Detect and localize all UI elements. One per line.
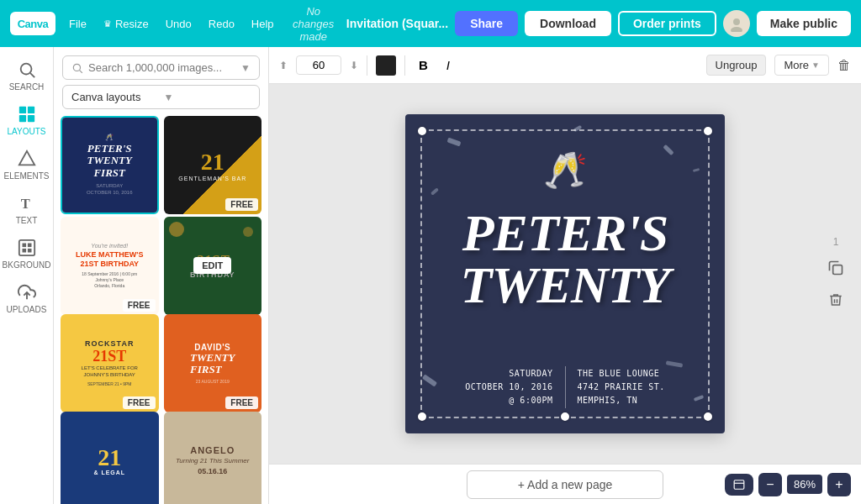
sidebar-item-search[interactable]: SEARCH bbox=[0, 54, 54, 98]
bold-button[interactable]: B bbox=[414, 56, 433, 74]
svg-rect-13 bbox=[22, 249, 26, 253]
template-item-1[interactable]: 🥂 PETER'STWENTYFIRST SATURDAYOCTOBER 10,… bbox=[61, 116, 159, 214]
duplicate-page-button[interactable] bbox=[824, 256, 848, 280]
sidebar-label-elements: ELEMENTS bbox=[4, 171, 50, 181]
selection-handle-tl[interactable] bbox=[418, 127, 426, 135]
nav-resize[interactable]: ♛ Resize bbox=[97, 14, 156, 34]
add-page-button[interactable]: + Add a new page bbox=[467, 470, 664, 499]
main-layout: SEARCH LAYOUTS ELEMENTS T TEXT BKGROUND bbox=[0, 47, 861, 504]
more-button[interactable]: More ▼ bbox=[774, 55, 829, 76]
templates-panel: ▼ Canva layouts ▼ 🥂 PETER'STWENTYFIRST S… bbox=[54, 47, 269, 504]
template-item-2[interactable]: 21 GENTLEMAN'S BAR FREE bbox=[164, 116, 262, 214]
trash-button[interactable]: 🗑 bbox=[837, 58, 851, 73]
canvas-divider bbox=[565, 366, 566, 408]
zoom-in-button[interactable]: + bbox=[827, 473, 851, 496]
zoom-page-icon bbox=[733, 479, 745, 491]
svg-point-0 bbox=[733, 18, 740, 25]
template-item-3[interactable]: You're invited! LUKE MATTHEW'S21ST BIRTH… bbox=[61, 217, 159, 315]
toolbar-sep-1 bbox=[367, 55, 367, 76]
nav-redo[interactable]: Redo bbox=[202, 14, 241, 34]
svg-rect-14 bbox=[27, 249, 31, 253]
filter-chevron-icon: ▼ bbox=[164, 92, 251, 103]
selection-handle-bm[interactable] bbox=[561, 412, 569, 421]
nav-help[interactable]: Help bbox=[245, 14, 281, 34]
page-number: 1 bbox=[833, 236, 839, 248]
design-canvas[interactable]: 🥂 PETER'S TWENTY SATURDAY OCTOBER 10, 20… bbox=[405, 114, 725, 433]
template-edit-btn-4[interactable]: EDIT bbox=[193, 257, 231, 274]
arrow-up-icon: ⬆ bbox=[279, 60, 288, 71]
canvas-title-line1: PETER'S bbox=[405, 207, 725, 259]
search-icon bbox=[18, 60, 36, 79]
confetti-3 bbox=[663, 144, 673, 155]
delete-page-button[interactable] bbox=[824, 288, 848, 312]
template-item-5[interactable]: ROCKSTAR 21ST LET'S CELEBRATE FORJOHNNY'… bbox=[61, 314, 159, 412]
canvas-event-day: SATURDAY bbox=[465, 367, 552, 381]
italic-button[interactable]: I bbox=[441, 56, 455, 74]
more-label: More bbox=[784, 59, 809, 71]
sidebar-label-uploads: UPLOADS bbox=[7, 305, 47, 314]
canvas-venue-info: THE BLUE LOUNGE 4742 PRAIRIE ST. MEMPHIS… bbox=[578, 367, 665, 407]
right-mini-toolbar: 1 bbox=[824, 236, 848, 312]
sidebar-label-bkground: BKGROUND bbox=[3, 260, 51, 270]
nav-menu: File ♛ Resize Undo Redo Help bbox=[62, 14, 281, 34]
canva-logo: Canva bbox=[10, 12, 55, 35]
zoom-controls: − 86% + bbox=[725, 473, 851, 496]
sidebar-label-layouts: LAYOUTS bbox=[8, 127, 46, 136]
zoom-percentage: 86% bbox=[787, 475, 822, 494]
canvas-venue-name: THE BLUE LOUNGE bbox=[578, 367, 665, 381]
template-badge-2: FREE bbox=[225, 198, 258, 211]
duplicate-icon bbox=[827, 260, 844, 276]
search-input[interactable] bbox=[88, 61, 235, 74]
arrow-down-icon: ⬇ bbox=[350, 60, 358, 71]
svg-rect-4 bbox=[18, 107, 25, 113]
font-size-control[interactable]: 60 bbox=[296, 55, 341, 75]
top-nav: Canva File ♛ Resize Undo Redo Help No ch… bbox=[0, 0, 861, 47]
sidebar-item-layouts[interactable]: LAYOUTS bbox=[0, 98, 54, 143]
zoom-page-view-button[interactable] bbox=[725, 474, 753, 496]
sidebar-item-uploads[interactable]: UPLOADS bbox=[0, 276, 54, 321]
template-badge-6: FREE bbox=[225, 396, 258, 409]
svg-point-2 bbox=[20, 64, 31, 75]
template-item-7[interactable]: 21 & LEGAL bbox=[61, 412, 159, 504]
doc-title: Invitation (Squar... bbox=[346, 17, 448, 30]
sidebar-item-text[interactable]: T TEXT bbox=[0, 187, 54, 232]
sidebar-item-background[interactable]: BKGROUND bbox=[0, 232, 54, 276]
glasses-icon: 🥂 bbox=[543, 150, 587, 191]
svg-rect-10 bbox=[18, 240, 34, 255]
selection-handle-bl[interactable] bbox=[418, 412, 426, 421]
zoom-out-button[interactable]: − bbox=[758, 473, 782, 496]
search-box[interactable]: ▼ bbox=[62, 55, 260, 80]
nav-actions: Share Download Order prints Make public bbox=[455, 10, 851, 37]
svg-rect-18 bbox=[833, 265, 843, 275]
layouts-icon bbox=[18, 105, 36, 123]
canvas-workspace[interactable]: 🥂 PETER'S TWENTY SATURDAY OCTOBER 10, 20… bbox=[269, 84, 861, 464]
share-button[interactable]: Share bbox=[455, 11, 518, 36]
template-item-4[interactable]: 21ST BIRTHDAY EDIT bbox=[164, 217, 262, 315]
selection-handle-tr[interactable] bbox=[704, 127, 712, 135]
filter-dropdown[interactable]: Canva layouts ▼ bbox=[62, 85, 260, 109]
sidebar-item-elements[interactable]: ELEMENTS bbox=[0, 143, 54, 187]
template-item-6[interactable]: DAVID'S TWENTYFIRST 23 AUGUST 2019 FREE bbox=[164, 314, 262, 412]
icon-sidebar: SEARCH LAYOUTS ELEMENTS T TEXT BKGROUND bbox=[0, 47, 54, 504]
selection-handle-br[interactable] bbox=[704, 412, 712, 421]
ungroup-button[interactable]: Ungroup bbox=[706, 55, 767, 76]
nav-file[interactable]: File bbox=[62, 14, 93, 34]
svg-rect-19 bbox=[734, 480, 744, 489]
order-prints-button[interactable]: Order prints bbox=[618, 11, 716, 36]
svg-marker-8 bbox=[18, 151, 34, 165]
canvas-event-time: @ 6:00PM bbox=[465, 394, 552, 407]
avatar-icon bbox=[728, 15, 745, 32]
nav-undo[interactable]: Undo bbox=[159, 14, 198, 34]
make-public-button[interactable]: Make public bbox=[757, 11, 851, 36]
confetti-8 bbox=[430, 187, 439, 195]
color-swatch[interactable] bbox=[376, 55, 396, 76]
svg-rect-12 bbox=[27, 244, 31, 248]
svg-line-17 bbox=[80, 70, 82, 72]
sidebar-label-search: SEARCH bbox=[9, 82, 45, 92]
template-badge-3: FREE bbox=[123, 299, 156, 312]
avatar[interactable] bbox=[723, 10, 750, 37]
font-size-input[interactable]: 60 bbox=[304, 59, 334, 71]
template-item-8[interactable]: ANGELO Turning 21 This Summer 05.16.16 bbox=[164, 412, 262, 504]
bottom-bar: + Add a new page − 86% + bbox=[269, 464, 861, 504]
download-button[interactable]: Download bbox=[525, 11, 611, 36]
